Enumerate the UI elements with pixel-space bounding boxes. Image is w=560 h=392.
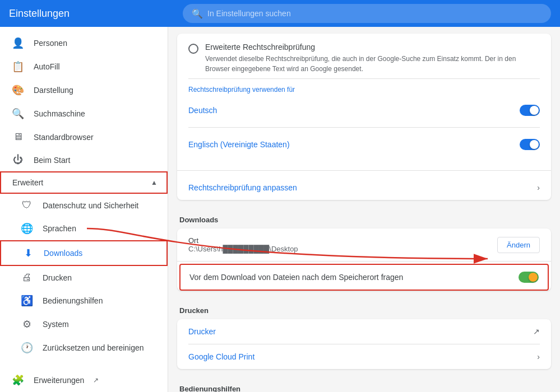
person-icon: 👤 — [11, 37, 25, 49]
drucken-icon: 🖨 — [20, 272, 34, 283]
sidebar-label-autofill: AutoFill — [34, 62, 60, 71]
drucker-row[interactable]: Drucker ↗ — [177, 319, 551, 344]
darstellung-icon: 🎨 — [11, 84, 25, 96]
main-layout: 👤 Personen 📋 AutoFill 🎨 Darstellung 🔍 Su… — [0, 27, 560, 392]
englisch-label: Englisch (Vereinigte Staaten) — [188, 140, 290, 149]
drucker-label: Drucker — [188, 327, 216, 336]
divider-3 — [177, 170, 551, 171]
search-icon: 🔍 — [192, 8, 203, 19]
deutsch-toggle[interactable] — [520, 105, 540, 116]
app-title: Einstellungen — [9, 8, 183, 20]
drucker-external-icon: ↗ — [533, 327, 540, 336]
deutsch-toggle-row: Deutsch — [188, 98, 540, 123]
sidebar-label-bedienungshilfen: Bedienungshilfen — [43, 296, 103, 305]
sidebar-item-personen[interactable]: 👤 Personen — [0, 31, 168, 55]
search-bar: 🔍 — [183, 4, 551, 23]
sidebar-label-sprachen: Sprachen — [43, 224, 76, 233]
sidebar-item-system[interactable]: ⚙ System — [0, 312, 168, 336]
sidebar-label-downloads: Downloads — [44, 249, 82, 258]
ask-download-toggle[interactable] — [519, 272, 539, 283]
app-header: Einstellungen 🔍 — [0, 0, 560, 27]
suchmaschine-icon: 🔍 — [11, 108, 25, 120]
spell-check-card: Erweiterte Rechtschreibprüfung Verwendet… — [177, 34, 551, 200]
radio-circle-erweitert — [188, 44, 198, 54]
sidebar: 👤 Personen 📋 AutoFill 🎨 Darstellung 🔍 Su… — [0, 27, 168, 392]
sidebar-item-zuruecksetzen[interactable]: 🕐 Zurücksetzen und bereinigen — [0, 336, 168, 360]
radio-desc-erweitert: Verwendet dieselbe Rechtschreibprüfung, … — [205, 54, 540, 74]
divider-1 — [188, 78, 540, 79]
drucken-card: Drucker ↗ Google Cloud Print › — [177, 319, 551, 369]
sidebar-label-darstellung: Darstellung — [34, 86, 73, 95]
divider-2 — [188, 127, 540, 128]
sidebar-label-system: System — [43, 320, 69, 329]
sidebar-item-autofill[interactable]: 📋 AutoFill — [0, 55, 168, 78]
google-cloud-row[interactable]: Google Cloud Print › — [177, 344, 551, 369]
sidebar-item-erweiterungen[interactable]: 🧩 Erweiterungen ↗ — [0, 368, 168, 392]
beim-start-icon: ⏻ — [11, 154, 25, 166]
sidebar-label-standardbrowser: Standardbrowser — [34, 133, 94, 142]
deutsch-label: Deutsch — [188, 106, 217, 115]
ort-path: C:\Users\h█████████\Desktop — [188, 245, 298, 253]
radio-title-erweitert: Erweiterte Rechtschreibprüfung — [205, 43, 540, 52]
sidebar-item-datenschutz[interactable]: 🛡 Datenschutz und Sicherheit — [0, 194, 168, 217]
sidebar-label-zuruecksetzen: Zurücksetzen und bereinigen — [43, 343, 144, 352]
drucken-section-title: Drucken — [168, 297, 560, 319]
spell-check-section: Erweiterte Rechtschreibprüfung Verwendet… — [177, 34, 551, 166]
google-cloud-label: Google Cloud Print — [188, 352, 254, 361]
location-row: Ort C:\Users\h█████████\Desktop Ändern — [177, 228, 551, 262]
anpassen-label: Rechtschreibprüfung anpassen — [188, 183, 297, 192]
content-area: Erweiterte Rechtschreibprüfung Verwendet… — [168, 27, 560, 392]
downloads-icon: ⬇ — [21, 247, 35, 259]
englisch-toggle-row: Englisch (Vereinigte Staaten) — [188, 132, 540, 157]
sidebar-label-erweiterungen: Erweiterungen — [34, 376, 84, 385]
erweitert-section[interactable]: Erweitert ▲ — [0, 171, 168, 194]
sidebar-label-personen: Personen — [34, 39, 67, 48]
sidebar-item-darstellung[interactable]: 🎨 Darstellung — [0, 78, 168, 102]
ask-download-label: Vor dem Download von Dateien nach dem Sp… — [189, 273, 403, 282]
standardbrowser-icon: 🖥 — [11, 131, 25, 143]
sidebar-label-beim-start: Beim Start — [34, 156, 70, 165]
downloads-card: Ort C:\Users\h█████████\Desktop Ändern V… — [177, 228, 551, 291]
sidebar-item-suchmaschine[interactable]: 🔍 Suchmaschine — [0, 102, 168, 125]
sidebar-item-beim-start[interactable]: ⏻ Beim Start — [0, 148, 168, 171]
sidebar-item-sprachen[interactable]: 🌐 Sprachen — [0, 217, 168, 240]
erweitert-label: Erweitert — [12, 178, 142, 187]
erweitert-chevron-icon: ▲ — [151, 179, 158, 186]
radio-option-erweitert[interactable]: Erweiterte Rechtschreibprüfung Verwendet… — [188, 43, 540, 74]
sidebar-label-suchmaschine: Suchmaschine — [34, 109, 85, 118]
sidebar-label-drucken: Drucken — [43, 273, 72, 282]
sidebar-item-drucken[interactable]: 🖨 Drucken — [0, 266, 168, 289]
sidebar-label-datenschutz: Datenschutz und Sicherheit — [43, 201, 138, 210]
erweiterungen-icon: 🧩 — [11, 374, 25, 386]
ask-download-row: Vor dem Download von Dateien nach dem Sp… — [179, 264, 549, 291]
zuruecksetzen-icon: 🕐 — [20, 342, 34, 354]
bedienungshilfen-section-title: Bedienungshilfen — [168, 376, 560, 392]
downloads-section-title: Downloads — [168, 207, 560, 228]
englisch-toggle[interactable] — [520, 139, 540, 150]
bedienungshilfen-icon: ♿ — [20, 295, 34, 307]
datenschutz-icon: 🛡 — [20, 199, 34, 211]
sprachen-icon: 🌐 — [20, 222, 34, 235]
aendern-button[interactable]: Ändern — [497, 237, 540, 253]
verwenden-fuer-title: Rechtschreibprüfung verwenden für — [188, 86, 540, 94]
system-icon: ⚙ — [20, 318, 34, 330]
ort-label: Ort — [188, 236, 298, 245]
google-cloud-arrow-icon: › — [537, 352, 540, 361]
sidebar-item-bedienungshilfen[interactable]: ♿ Bedienungshilfen — [0, 289, 168, 312]
anpassen-arrow-icon: › — [537, 183, 540, 192]
search-input[interactable] — [207, 9, 542, 18]
sidebar-item-downloads[interactable]: ⬇ Downloads — [0, 240, 168, 266]
autofill-icon: 📋 — [11, 60, 25, 73]
external-link-icon: ↗ — [93, 376, 99, 384]
anpassen-row[interactable]: Rechtschreibprüfung anpassen › — [177, 175, 551, 200]
sidebar-item-standardbrowser[interactable]: 🖥 Standardbrowser — [0, 125, 168, 148]
